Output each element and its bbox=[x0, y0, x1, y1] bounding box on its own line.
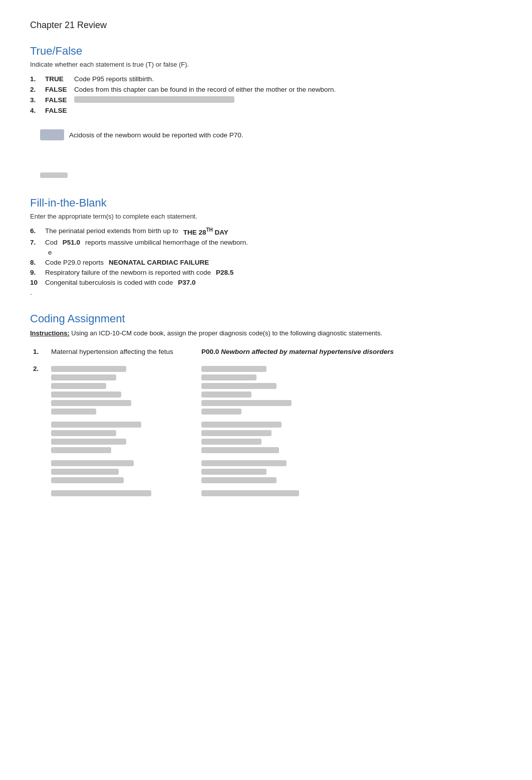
chapter-title: Chapter 21 Review bbox=[30, 20, 502, 31]
coding-instructions-label: Instructions: bbox=[30, 329, 70, 337]
blur-line-11 bbox=[51, 460, 134, 466]
fitb-prefix-6: The perinatal period extends from birth … bbox=[45, 227, 178, 235]
tf-item-2: 2. FALSE Codes from this chapter can be … bbox=[30, 86, 502, 93]
fitb-item-9: 9. Respiratory failure of the newborn is… bbox=[30, 269, 502, 276]
blur-ans-1 bbox=[201, 366, 267, 372]
blur-line-3 bbox=[51, 383, 106, 389]
tf-text-2: Codes from this chapter can be found in … bbox=[74, 86, 336, 93]
fitb-num-9: 9. bbox=[30, 269, 41, 276]
fill-blank-list: 6. The perinatal period extends from bir… bbox=[30, 227, 502, 296]
coding-table: 1. Maternal hypertension affecting the f… bbox=[30, 345, 502, 498]
true-false-instructions: Indicate whether each statement is true … bbox=[30, 61, 502, 68]
blur-ans-5 bbox=[201, 400, 292, 406]
blurred-statement-2 bbox=[51, 366, 195, 415]
blurred-line-1 bbox=[40, 172, 68, 178]
tf-num-1: 1. bbox=[30, 75, 41, 83]
tf-num-4: 4. bbox=[30, 107, 41, 114]
tf-num-3: 3. bbox=[30, 96, 41, 104]
blur-ans-2 bbox=[201, 374, 256, 380]
coding-num-1: 1. bbox=[30, 345, 48, 359]
fitb-num-10: 10 bbox=[30, 279, 41, 286]
fitb-answer-6: THE 28TH DAY bbox=[182, 227, 229, 236]
tf-answer-2: FALSE bbox=[45, 86, 70, 93]
blur-ans-13 bbox=[201, 477, 277, 483]
blur-line-1 bbox=[51, 366, 126, 372]
fitb-num-8: 8. bbox=[30, 259, 41, 266]
fitb-prefix-7: Cod bbox=[45, 239, 58, 246]
fitb-item-6: 6. The perinatal period extends from bir… bbox=[30, 227, 502, 236]
tf-blurred-text-3 bbox=[74, 96, 234, 103]
tf-item-1: 1. TRUE Code P95 reports stillbirth. bbox=[30, 75, 502, 83]
tf-item-3: 3. FALSE bbox=[30, 96, 502, 104]
blurred-statement-2c bbox=[51, 460, 195, 483]
blur-ans-3 bbox=[201, 383, 277, 389]
blur-line-4 bbox=[51, 392, 121, 398]
fill-blank-instructions: Enter the appropriate term(s) to complet… bbox=[30, 213, 502, 220]
blur-ans-9 bbox=[201, 439, 261, 445]
true-false-list: 1. TRUE Code P95 reports stillbirth. 2. … bbox=[30, 75, 502, 114]
blur-line-2 bbox=[51, 374, 116, 380]
coding-instructions: Instructions: Using an ICD-10-CM code bo… bbox=[30, 328, 502, 338]
tf-answer-3: FALSE bbox=[45, 96, 70, 104]
acidosis-text: Acidosis of the newborn would be reporte… bbox=[69, 131, 243, 139]
fitb-num-7: 7. bbox=[30, 239, 41, 246]
fitb-prefix-8: Code P29.0 reports bbox=[45, 259, 104, 266]
fitb-answer-7: P51.0 bbox=[62, 239, 81, 246]
fitb-num-6: 6. bbox=[30, 227, 41, 235]
blur-ans-10 bbox=[201, 447, 279, 453]
blur-ans-11 bbox=[201, 460, 287, 466]
fitb-item-7: 7. Cod P51.0 reports massive umbilical h… bbox=[30, 239, 502, 246]
fitb-prefix-10: Congenital tuberculosis is coded with co… bbox=[45, 279, 173, 286]
coding-statement-1: Maternal hypertension affecting the fetu… bbox=[48, 345, 198, 359]
coding-instructions-text: Using an ICD-10-CM code book, assign the… bbox=[71, 329, 382, 337]
blurred-section-1 bbox=[40, 170, 502, 178]
fitb-item-10: 10 Congenital tuberculosis is coded with… bbox=[30, 279, 502, 286]
blurred-answer-2b bbox=[201, 422, 499, 453]
blur-ans-6 bbox=[201, 409, 241, 415]
blur-line-9 bbox=[51, 439, 126, 445]
blur-ans-8 bbox=[201, 430, 272, 436]
tf-answer-4: FALSE bbox=[45, 107, 70, 114]
blurred-statement-2d bbox=[51, 490, 195, 496]
superscript-6: TH bbox=[206, 227, 212, 233]
coding-row-2: 2. bbox=[30, 359, 502, 498]
blur-line-7 bbox=[51, 422, 141, 428]
fitb-prefix-9: Respiratory failure of the newborn is re… bbox=[45, 269, 211, 276]
coding-section: Coding Assignment Instructions: Using an… bbox=[30, 312, 502, 499]
fitb-suffix-7: reports massive umbilical hemorrhage of … bbox=[85, 239, 248, 246]
fitb-subtext-7: e bbox=[48, 249, 52, 256]
coding-answer-1: P00.0 Newborn affected by maternal hyper… bbox=[198, 345, 502, 359]
fitb-answer-9: P28.5 bbox=[215, 269, 234, 276]
coding-title: Coding Assignment bbox=[30, 312, 502, 325]
fill-blank-title: Fill-in-the-Blank bbox=[30, 197, 502, 210]
blurred-statement-2b bbox=[51, 422, 195, 453]
fill-blank-section: Fill-in-the-Blank Enter the appropriate … bbox=[30, 197, 502, 296]
acidosis-answer-box bbox=[40, 129, 64, 140]
fitb-item-8: 8. Code P29.0 reports NEONATAL CARDIAC F… bbox=[30, 259, 502, 266]
fitb-period: . bbox=[30, 289, 502, 296]
blurred-answer-2d bbox=[201, 490, 499, 496]
tf-text-1: Code P95 reports stillbirth. bbox=[74, 75, 154, 83]
true-false-title: True/False bbox=[30, 45, 502, 58]
tf-item-4: 4. FALSE bbox=[30, 107, 502, 114]
blur-ans-14 bbox=[201, 490, 299, 496]
coding-num-2: 2. bbox=[30, 359, 48, 498]
blur-line-14 bbox=[51, 490, 151, 496]
tf-num-2: 2. bbox=[30, 86, 41, 93]
period-mark: . bbox=[30, 289, 32, 296]
blur-line-8 bbox=[51, 430, 116, 436]
coding-row-1: 1. Maternal hypertension affecting the f… bbox=[30, 345, 502, 359]
tf-answer-1: TRUE bbox=[45, 75, 70, 83]
fitb-answer-8: NEONATAL CARDIAC FAILURE bbox=[108, 259, 210, 266]
blur-line-5 bbox=[51, 400, 131, 406]
blur-line-10 bbox=[51, 447, 111, 453]
acidosis-row: Acidosis of the newborn would be reporte… bbox=[40, 129, 502, 140]
true-false-section: True/False Indicate whether each stateme… bbox=[30, 45, 502, 178]
blur-ans-4 bbox=[201, 392, 251, 398]
coding-answer-2 bbox=[198, 359, 502, 498]
fitb-answer-10: P37.0 bbox=[177, 279, 196, 286]
blur-ans-7 bbox=[201, 422, 282, 428]
blurred-answer-2c bbox=[201, 460, 499, 483]
blur-line-13 bbox=[51, 477, 124, 483]
blurred-answer-2 bbox=[201, 366, 499, 415]
